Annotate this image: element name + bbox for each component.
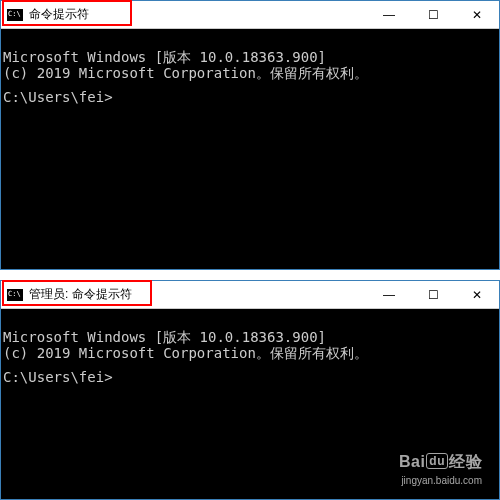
cmd-window-normal: 命令提示符 — ☐ ✕ Microsoft Windows [版本 10.0.1… [0,0,500,270]
version-line: Microsoft Windows [版本 10.0.18363.900] [3,329,326,345]
close-button[interactable]: ✕ [455,281,499,308]
window-title: 管理员: 命令提示符 [29,286,132,303]
cmd-icon [7,9,23,21]
watermark: Baidu经验 jingyan.baidu.com [399,452,482,486]
close-button[interactable]: ✕ [455,1,499,28]
titlebar[interactable]: 管理员: 命令提示符 — ☐ ✕ [1,281,499,309]
prompt: C:\Users\fei> [3,89,113,105]
maximize-button[interactable]: ☐ [411,1,455,28]
title-left: 管理员: 命令提示符 [1,281,132,308]
watermark-text: 经验 [449,453,482,470]
maximize-button[interactable]: ☐ [411,281,455,308]
window-title: 命令提示符 [29,6,89,23]
terminal-output[interactable]: Microsoft Windows [版本 10.0.18363.900] (c… [1,309,499,421]
terminal-output[interactable]: Microsoft Windows [版本 10.0.18363.900] (c… [1,29,499,141]
window-controls: — ☐ ✕ [367,1,499,28]
cmd-icon [7,289,23,301]
titlebar[interactable]: 命令提示符 — ☐ ✕ [1,1,499,29]
prompt: C:\Users\fei> [3,369,113,385]
minimize-button[interactable]: — [367,1,411,28]
watermark-brand: Baidu经验 [399,452,482,473]
copyright-line: (c) 2019 Microsoft Corporation。保留所有权利。 [3,345,368,361]
title-left: 命令提示符 [1,1,89,28]
version-line: Microsoft Windows [版本 10.0.18363.900] [3,49,326,65]
watermark-text: Bai [399,453,425,470]
watermark-url: jingyan.baidu.com [399,475,482,486]
watermark-text: du [426,453,448,469]
copyright-line: (c) 2019 Microsoft Corporation。保留所有权利。 [3,65,368,81]
minimize-button[interactable]: — [367,281,411,308]
window-controls: — ☐ ✕ [367,281,499,308]
